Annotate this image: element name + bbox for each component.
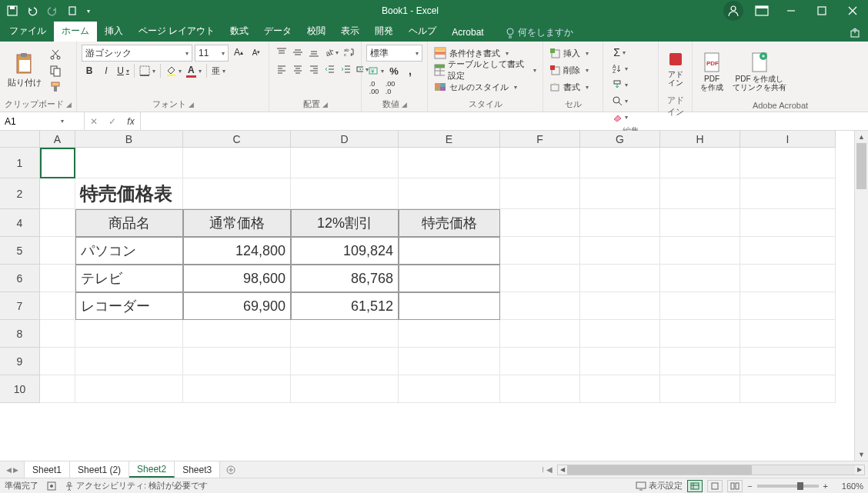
cell-F7[interactable] [500,292,580,320]
phonetic-button[interactable]: 亜▾ [210,63,227,78]
sheet-tab-Sheet12[interactable]: Sheet1 (2) [70,461,129,478]
scroll-up-arrow[interactable]: ▲ [855,131,868,143]
horizontal-scrollbar[interactable]: ◀ ▶ [557,465,865,475]
zoom-slider[interactable] [757,485,819,488]
cell-A7[interactable] [40,292,75,320]
bold-button[interactable]: B [82,63,97,78]
col-header-C[interactable]: C [183,131,291,148]
cell-A9[interactable] [40,348,75,375]
sheet-tab-Sheet1[interactable]: Sheet1 [25,461,70,478]
cell-D1[interactable] [291,148,399,178]
format-cells-button[interactable]: 書式▾ [548,78,598,95]
cell-H6[interactable] [660,265,740,292]
cell-C2[interactable] [183,178,291,209]
align-middle-button[interactable] [290,45,305,60]
cell-D9[interactable] [291,348,399,375]
cell-E7[interactable] [399,292,500,320]
scroll-left-arrow[interactable]: ◀ [558,465,567,475]
cell-G1[interactable] [580,148,660,178]
tab-view[interactable]: 表示 [333,22,367,42]
tab-review[interactable]: 校閲 [299,22,333,42]
redo-button[interactable] [43,2,62,20]
create-pdf-button[interactable]: PDF PDF を作成 [697,46,726,97]
tab-file[interactable]: ファイル [2,22,54,42]
col-header-E[interactable]: E [399,131,500,148]
italic-button[interactable]: I [98,63,114,78]
sheet-tab-Sheet2[interactable]: Sheet2 [129,461,175,478]
insert-cells-button[interactable]: 挿入▾ [548,45,598,62]
row-header-1[interactable]: 1 [0,148,40,178]
tab-developer[interactable]: 開発 [367,22,401,42]
cell-A6[interactable] [40,265,75,292]
increase-font-button[interactable]: A▴ [231,45,246,60]
tab-help[interactable]: ヘルプ [401,22,444,42]
cell-H7[interactable] [660,292,740,320]
cell-C8[interactable] [183,320,291,348]
copy-button[interactable] [48,63,63,78]
cell-I10[interactable] [740,375,836,403]
minimize-button[interactable] [776,0,806,22]
name-box-input[interactable] [5,116,58,127]
cell-G4[interactable] [580,209,660,237]
cell-B5[interactable]: パソコン [75,237,183,265]
cell-G2[interactable] [580,178,660,209]
align-bottom-button[interactable] [306,45,322,60]
cell-I2[interactable] [740,178,836,209]
enter-fx-button[interactable]: ✓ [103,116,122,127]
tab-data[interactable]: データ [256,22,299,42]
save-button[interactable] [3,2,22,20]
cell-E4[interactable]: 特売価格 [399,209,500,237]
share-button[interactable] [842,25,868,42]
cell-C6[interactable]: 98,600 [183,265,291,292]
cell-G5[interactable] [580,237,660,265]
vertical-scrollbar[interactable]: ▲ ▼ [854,131,868,461]
decrease-indent-button[interactable] [322,62,338,77]
tab-page-layout[interactable]: ページ レイアウト [131,22,222,42]
cell-G8[interactable] [580,320,660,348]
undo-button[interactable] [23,2,42,20]
delete-cells-button[interactable]: 削除▾ [548,62,598,78]
new-sheet-button[interactable] [220,465,242,475]
percent-button[interactable]: % [386,63,402,78]
cell-E10[interactable] [399,375,500,403]
maximize-button[interactable] [806,0,837,22]
accessibility-status[interactable]: アクセシビリティ: 検討が必要です [65,480,208,491]
cell-D7[interactable]: 61,512 [291,292,399,320]
fill-button[interactable]: ▾ [608,77,631,92]
find-select-button[interactable]: ▾ [608,93,631,108]
new-button[interactable] [63,2,82,20]
cell-H1[interactable] [660,148,740,178]
cell-F8[interactable] [500,320,580,348]
paste-button[interactable]: 貼り付け [5,45,45,96]
cell-I8[interactable] [740,320,836,348]
number-format-combo[interactable]: 標準▾ [366,45,422,62]
cell-H4[interactable] [660,209,740,237]
col-header-B[interactable]: B [75,131,183,148]
cell-G6[interactable] [580,265,660,292]
fill-color-button[interactable]: ▾ [164,63,183,78]
cell-I4[interactable] [740,209,836,237]
tab-formulas[interactable]: 数式 [222,22,256,42]
wrap-text-button[interactable]: abc [341,45,356,60]
cell-B4[interactable]: 商品名 [75,209,183,237]
cell-I9[interactable] [740,348,836,375]
cell-D10[interactable] [291,375,399,403]
scroll-down-arrow[interactable]: ▼ [855,448,868,461]
cell-H8[interactable] [660,320,740,348]
select-all-corner[interactable] [0,131,40,148]
name-box[interactable]: ▾ [0,112,85,130]
cell-E1[interactable] [399,148,500,178]
col-header-G[interactable]: G [580,131,660,148]
scroll-thumb[interactable] [856,143,866,189]
tab-insert[interactable]: 挿入 [97,22,131,42]
scroll-right-arrow[interactable]: ▶ [855,465,864,475]
underline-button[interactable]: U▾ [115,63,131,78]
normal-view-button[interactable] [687,480,703,492]
addin-button[interactable]: アド イン [663,43,688,94]
align-top-button[interactable] [274,45,289,60]
increase-decimal-button[interactable]: .0.00 [366,80,382,95]
tab-home[interactable]: ホーム [54,22,97,42]
col-header-D[interactable]: D [291,131,399,148]
font-name-combo[interactable]: 游ゴシック▾ [82,45,192,62]
cell-A5[interactable] [40,237,75,265]
